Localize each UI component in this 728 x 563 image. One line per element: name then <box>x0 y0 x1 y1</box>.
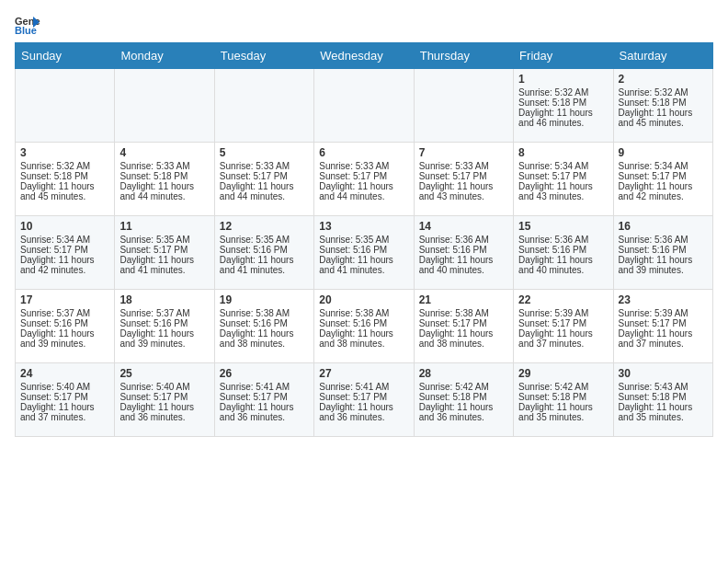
day-info: Sunrise: 5:37 AM <box>20 308 109 318</box>
day-number: 18 <box>119 293 209 306</box>
day-info: Daylight: 11 hours <box>319 255 408 265</box>
day-info: Daylight: 11 hours <box>518 402 608 412</box>
day-number: 6 <box>319 146 408 159</box>
day-number: 23 <box>619 293 708 306</box>
day-info: and 35 minutes. <box>619 412 708 422</box>
week-row-1: 3Sunrise: 5:32 AMSunset: 5:18 PMDaylight… <box>16 143 713 216</box>
day-info: Sunrise: 5:41 AM <box>220 382 309 392</box>
day-info: Sunrise: 5:38 AM <box>419 308 508 318</box>
day-info: and 44 minutes. <box>319 191 408 201</box>
day-info: Daylight: 11 hours <box>518 255 608 265</box>
day-number: 4 <box>119 146 209 159</box>
day-number: 12 <box>220 220 309 233</box>
day-number: 13 <box>319 220 408 233</box>
week-row-2: 10Sunrise: 5:34 AMSunset: 5:17 PMDayligh… <box>16 216 713 290</box>
calendar-table: SundayMondayTuesdayWednesdayThursdayFrid… <box>15 42 713 437</box>
day-info: and 38 minutes. <box>319 339 408 349</box>
day-info: Sunrise: 5:32 AM <box>619 87 708 98</box>
day-info: Sunrise: 5:39 AM <box>518 308 608 318</box>
day-info: Sunset: 5:18 PM <box>419 392 508 402</box>
calendar-cell: 18Sunrise: 5:37 AMSunset: 5:16 PMDayligh… <box>115 290 214 363</box>
calendar-cell: 19Sunrise: 5:38 AMSunset: 5:16 PMDayligh… <box>214 290 313 363</box>
day-info: Sunset: 5:18 PM <box>119 171 209 181</box>
day-info: Sunrise: 5:35 AM <box>220 235 309 245</box>
weekday-header-wednesday: Wednesday <box>314 43 414 69</box>
day-info: Sunrise: 5:38 AM <box>220 308 309 318</box>
day-info: Sunrise: 5:40 AM <box>20 382 109 392</box>
day-info: and 38 minutes. <box>220 339 309 349</box>
day-info: Sunset: 5:17 PM <box>419 171 508 181</box>
day-info: Sunset: 5:16 PM <box>220 245 309 255</box>
day-info: Daylight: 11 hours <box>419 255 508 265</box>
day-info: and 43 minutes. <box>419 191 508 201</box>
calendar-cell: 28Sunrise: 5:42 AMSunset: 5:18 PMDayligh… <box>414 363 513 437</box>
week-row-4: 24Sunrise: 5:40 AMSunset: 5:17 PMDayligh… <box>16 363 713 437</box>
day-info: Daylight: 11 hours <box>220 255 309 265</box>
day-info: Sunset: 5:17 PM <box>319 171 408 181</box>
calendar-cell: 15Sunrise: 5:36 AMSunset: 5:16 PMDayligh… <box>514 216 613 290</box>
logo: General Blue <box>15 15 42 35</box>
day-number: 15 <box>518 220 608 233</box>
day-info: Sunrise: 5:37 AM <box>119 308 209 318</box>
day-number: 27 <box>319 367 408 380</box>
calendar-cell: 13Sunrise: 5:35 AMSunset: 5:16 PMDayligh… <box>314 216 414 290</box>
day-info: Sunset: 5:18 PM <box>619 392 708 402</box>
day-info: Daylight: 11 hours <box>319 181 408 191</box>
day-info: and 44 minutes. <box>119 191 209 201</box>
day-info: Sunrise: 5:32 AM <box>20 161 109 171</box>
day-number: 25 <box>119 367 209 380</box>
day-info: Sunset: 5:17 PM <box>319 392 408 402</box>
day-info: Daylight: 11 hours <box>20 402 109 412</box>
day-info: Sunset: 5:16 PM <box>319 245 408 255</box>
day-info: Sunset: 5:17 PM <box>619 318 708 328</box>
calendar-cell <box>314 69 414 143</box>
day-number: 24 <box>20 367 109 380</box>
day-number: 5 <box>220 146 309 159</box>
day-info: Sunrise: 5:34 AM <box>518 161 608 171</box>
calendar-cell: 5Sunrise: 5:33 AMSunset: 5:17 PMDaylight… <box>214 143 313 216</box>
day-info: Sunset: 5:17 PM <box>518 318 608 328</box>
day-number: 10 <box>20 220 109 233</box>
day-number: 16 <box>619 220 708 233</box>
day-info: and 41 minutes. <box>220 265 309 275</box>
day-number: 11 <box>119 220 209 233</box>
weekday-header-monday: Monday <box>115 43 214 69</box>
day-info: Daylight: 11 hours <box>119 402 209 412</box>
day-info: Sunrise: 5:40 AM <box>119 382 209 392</box>
calendar-cell: 7Sunrise: 5:33 AMSunset: 5:17 PMDaylight… <box>414 143 513 216</box>
day-info: Sunrise: 5:36 AM <box>619 235 708 245</box>
calendar-cell: 17Sunrise: 5:37 AMSunset: 5:16 PMDayligh… <box>16 290 115 363</box>
day-info: Sunset: 5:17 PM <box>220 171 309 181</box>
day-info: Daylight: 11 hours <box>20 255 109 265</box>
day-number: 3 <box>20 146 109 159</box>
day-info: Sunset: 5:18 PM <box>518 392 608 402</box>
day-info: Sunrise: 5:42 AM <box>419 382 508 392</box>
day-info: Sunrise: 5:38 AM <box>319 308 408 318</box>
day-info: and 40 minutes. <box>419 265 508 275</box>
calendar-body: 1Sunrise: 5:32 AMSunset: 5:18 PMDaylight… <box>16 69 713 437</box>
calendar-cell: 29Sunrise: 5:42 AMSunset: 5:18 PMDayligh… <box>514 363 613 437</box>
calendar-cell: 9Sunrise: 5:34 AMSunset: 5:17 PMDaylight… <box>613 143 712 216</box>
calendar-cell: 20Sunrise: 5:38 AMSunset: 5:16 PMDayligh… <box>314 290 414 363</box>
day-number: 19 <box>220 293 309 306</box>
day-info: and 39 minutes. <box>119 339 209 349</box>
day-info: Sunset: 5:16 PM <box>119 318 209 328</box>
calendar-cell: 11Sunrise: 5:35 AMSunset: 5:17 PMDayligh… <box>115 216 214 290</box>
day-info: Daylight: 11 hours <box>319 328 408 339</box>
header: General Blue <box>15 15 713 35</box>
calendar-cell: 1Sunrise: 5:32 AMSunset: 5:18 PMDaylight… <box>514 69 613 143</box>
day-info: and 37 minutes. <box>20 412 109 422</box>
calendar-cell: 25Sunrise: 5:40 AMSunset: 5:17 PMDayligh… <box>115 363 214 437</box>
day-info: and 40 minutes. <box>518 265 608 275</box>
day-info: and 36 minutes. <box>119 412 209 422</box>
day-info: Sunset: 5:17 PM <box>119 392 209 402</box>
calendar-cell <box>115 69 214 143</box>
day-info: Sunrise: 5:36 AM <box>419 235 508 245</box>
day-info: Daylight: 11 hours <box>419 181 508 191</box>
day-info: Sunrise: 5:36 AM <box>518 235 608 245</box>
week-row-0: 1Sunrise: 5:32 AMSunset: 5:18 PMDaylight… <box>16 69 713 143</box>
calendar-cell: 24Sunrise: 5:40 AMSunset: 5:17 PMDayligh… <box>16 363 115 437</box>
day-info: Daylight: 11 hours <box>518 108 608 118</box>
day-info: Sunrise: 5:39 AM <box>619 308 708 318</box>
day-info: and 41 minutes. <box>119 265 209 275</box>
